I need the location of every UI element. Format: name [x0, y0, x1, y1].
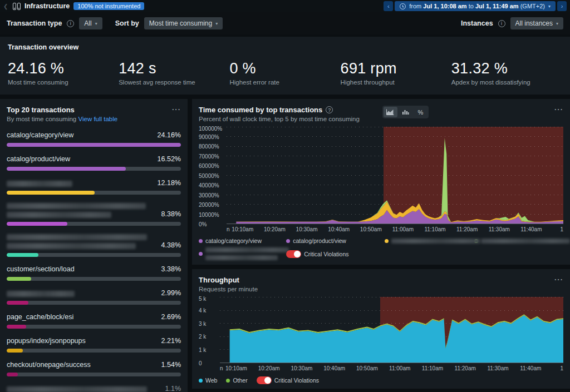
panel-menu-button[interactable]: ··· — [554, 276, 563, 283]
transaction-row[interactable]: 1.1% — [7, 385, 181, 392]
chevron-down-icon: ▾ — [548, 4, 551, 9]
transaction-name: customer/section/load — [7, 265, 75, 273]
y-tick-label: 3 k — [199, 320, 206, 326]
transaction-row[interactable]: catalog/product/view16.52% — [7, 155, 181, 171]
redacted-line — [205, 247, 289, 252]
metric-label: Slowest avg response time — [119, 79, 229, 86]
legend-item[interactable]: Other — [226, 377, 247, 384]
x-tick-label: 10:10am — [232, 226, 253, 232]
progress-bar-track — [7, 301, 181, 305]
metric-label: Most time consuming — [8, 79, 119, 86]
x-tick-label: 10:50am — [356, 365, 378, 371]
x-tick-label: 10:50am — [360, 226, 382, 232]
transaction-list: catalog/category/view24.16%catalog/produ… — [7, 131, 181, 392]
x-axis-labels: n10:10am10:20am10:30am10:40am10:50am11:0… — [220, 363, 563, 372]
series-catalog-category-view — [236, 209, 563, 224]
chart-subtitle: Percent of wall clock time, top 5 by mos… — [199, 116, 360, 122]
critical-violations-toggle-item[interactable]: Critical Violations — [286, 247, 385, 260]
filter-bar: Transaction type i All▾ Sort by Most tim… — [0, 12, 570, 34]
transaction-row[interactable]: checkout/onepage/success1.54% — [7, 361, 181, 376]
transaction-percent: 8.38% — [161, 210, 181, 218]
info-icon[interactable]: i — [498, 20, 505, 27]
area-chart-icon[interactable] — [384, 107, 397, 117]
time-consumed-chart[interactable] — [227, 127, 563, 224]
chart-subtitle: Requests per minute — [199, 286, 258, 292]
view-full-table-link[interactable]: View full table — [78, 116, 117, 122]
y-tick-label: 40000% — [199, 182, 219, 188]
sidebar-toggle-icon[interactable]: ❮ — [3, 3, 9, 9]
redacted-line — [7, 234, 147, 240]
histogram-icon[interactable] — [399, 107, 412, 117]
time-range-text: from Jul 1, 10:08 am to Jul 1, 11:49 am … — [409, 3, 545, 9]
metric-value: 0 % — [229, 60, 340, 77]
transaction-percent: 1.54% — [161, 361, 181, 369]
legend-label: Critical Violations — [274, 377, 319, 384]
transaction-row[interactable]: 4.38% — [7, 234, 181, 257]
y-tick-label: 100000% — [199, 126, 222, 132]
transaction-row[interactable]: customer/section/load3.38% — [7, 265, 181, 281]
info-icon[interactable]: i — [67, 20, 74, 27]
chevron-down-icon: ▾ — [556, 21, 558, 26]
page-title: Infrastructure — [24, 2, 70, 10]
legend-dot-icon — [385, 239, 389, 243]
redacted-line — [205, 255, 278, 260]
throughput-chart[interactable] — [220, 297, 563, 363]
redacted-text — [7, 234, 147, 249]
transaction-row[interactable]: catalog/category/view24.16% — [7, 131, 181, 147]
toggle-switch[interactable] — [286, 250, 301, 258]
chevron-down-icon: ▾ — [215, 21, 218, 26]
critical-violations-toggle-item[interactable]: Critical Violations — [257, 376, 319, 384]
transaction-type-label: Transaction type — [7, 19, 62, 27]
time-prev-button[interactable]: ‹ — [384, 1, 393, 11]
transaction-name: popups/index/jsonpopups — [7, 337, 86, 345]
sort-by-dropdown[interactable]: Most time consuming▾ — [144, 17, 223, 29]
right-column: Time consumed by top transactions ? Perc… — [192, 99, 570, 392]
metric-value: 691 rpm — [341, 60, 451, 77]
help-icon[interactable]: ? — [326, 106, 333, 113]
transaction-row[interactable]: popups/index/jsonpopups2.21% — [7, 337, 181, 353]
progress-bar-fill — [7, 253, 38, 257]
panel-menu-button[interactable]: ··· — [172, 106, 181, 113]
legend-item[interactable] — [474, 237, 563, 244]
time-range-button[interactable]: from Jul 1, 10:08 am to Jul 1, 11:49 am … — [395, 1, 556, 11]
instances-dropdown[interactable]: All instances▾ — [510, 17, 563, 29]
transaction-name — [7, 291, 75, 297]
y-tick-label: 90000% — [199, 133, 219, 140]
chart-type-toolbar: % — [382, 106, 429, 118]
transaction-name: catalog/product/view — [7, 155, 70, 163]
transaction-type-dropdown[interactable]: All▾ — [79, 17, 102, 29]
transaction-row[interactable]: 2.99% — [7, 289, 181, 305]
transaction-row[interactable]: 12.18% — [7, 179, 181, 195]
transaction-row[interactable]: page_cache/block/esi2.69% — [7, 313, 181, 329]
overview-metric: 691 rpmHighest throughput — [341, 60, 451, 86]
legend-dot-icon — [226, 379, 230, 383]
transaction-percent: 2.99% — [161, 289, 181, 297]
panel-menu-button[interactable]: ··· — [554, 106, 563, 113]
legend-item[interactable]: Web — [199, 377, 217, 384]
series-redacted-transaction-green — [236, 138, 563, 222]
instrumentation-badge[interactable]: 100% not instrumented — [73, 2, 144, 10]
chart-legend: catalog/category/viewcatalog/product/vie… — [199, 237, 563, 260]
metric-label: Highest throughput — [341, 79, 451, 86]
x-tick-label: 11:20am — [456, 226, 478, 232]
progress-bar-fill — [7, 143, 181, 147]
x-tick-label: 10:30am — [296, 226, 318, 232]
percent-icon[interactable]: % — [414, 107, 428, 117]
redacted-line — [7, 203, 146, 209]
transaction-row[interactable]: 8.38% — [7, 203, 181, 226]
metric-value: 31.32 % — [451, 60, 562, 77]
legend-item[interactable] — [199, 247, 286, 260]
legend-item[interactable]: catalog/product/view — [286, 237, 385, 244]
toggle-switch[interactable] — [257, 376, 272, 384]
time-next-button[interactable]: › — [557, 1, 567, 11]
y-axis-labels: 100000%90000%80000%70000%60000%50000%400… — [199, 127, 227, 224]
time-consumed-panel: Time consumed by top transactions ? Perc… — [192, 99, 570, 265]
transaction-name — [7, 234, 147, 249]
transaction-percent: 12.18% — [158, 179, 181, 187]
transaction-percent: 1.1% — [165, 385, 181, 392]
chart-areas — [220, 297, 563, 363]
legend-item[interactable]: catalog/category/view — [199, 237, 286, 244]
transaction-percent: 2.21% — [161, 337, 181, 345]
y-tick-label: 60000% — [199, 163, 219, 169]
legend-item[interactable] — [385, 237, 474, 244]
